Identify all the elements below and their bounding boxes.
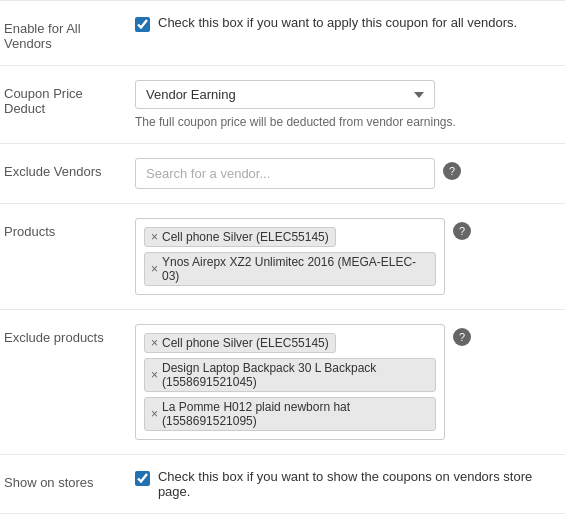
coupon-price-deduct-label: Coupon Price Deduct (0, 80, 135, 116)
show-on-stores-label: Show on stores (0, 469, 135, 490)
exclude-product-tag-1-close[interactable]: × (151, 369, 158, 381)
coupon-price-deduct-row: Coupon Price Deduct Vendor Earning Admin… (0, 65, 565, 143)
notify-vendors-row: Notify Vendors Check this box if you wan… (0, 513, 565, 519)
product-tag-0-close[interactable]: × (151, 231, 158, 243)
enable-all-vendors-label: Enable for All Vendors (0, 15, 135, 51)
show-on-stores-checkbox-label[interactable]: Check this box if you want to show the c… (135, 469, 565, 499)
exclude-product-tag-1: × Design Laptop Backpack 30 L Backpack (… (144, 358, 436, 392)
products-field: × Cell phone Silver (ELEC55145) × Ynos A… (135, 218, 565, 295)
enable-all-vendors-checkbox-label[interactable]: Check this box if you want to apply this… (135, 15, 517, 32)
show-on-stores-field: Check this box if you want to show the c… (135, 469, 565, 499)
product-tag-0-label: Cell phone Silver (ELEC55145) (162, 230, 329, 244)
show-on-stores-description: Check this box if you want to show the c… (158, 469, 565, 499)
exclude-vendors-search-input[interactable] (135, 158, 435, 189)
enable-all-vendors-row: Enable for All Vendors Check this box if… (0, 0, 565, 65)
exclude-product-tag-1-label: Design Laptop Backpack 30 L Backpack (15… (162, 361, 429, 389)
enable-all-vendors-field: Check this box if you want to apply this… (135, 15, 565, 32)
exclude-products-label: Exclude products (0, 324, 135, 345)
exclude-product-tag-0-close[interactable]: × (151, 337, 158, 349)
show-on-stores-checkbox[interactable] (135, 471, 150, 486)
exclude-products-tags-field[interactable]: × Cell phone Silver (ELEC55145) × Design… (135, 324, 445, 440)
exclude-product-tag-0: × Cell phone Silver (ELEC55145) (144, 333, 336, 353)
exclude-vendors-row: Exclude Vendors ? (0, 143, 565, 203)
coupon-price-deduct-field: Vendor Earning Admin Earning Shared The … (135, 80, 565, 129)
show-on-stores-row: Show on stores Check this box if you wan… (0, 454, 565, 513)
exclude-vendors-label: Exclude Vendors (0, 158, 135, 179)
products-help-icon[interactable]: ? (453, 222, 471, 240)
products-tags-field[interactable]: × Cell phone Silver (ELEC55145) × Ynos A… (135, 218, 445, 295)
enable-all-vendors-checkbox[interactable] (135, 17, 150, 32)
exclude-product-tag-2-close[interactable]: × (151, 408, 158, 420)
exclude-vendors-help-icon[interactable]: ? (443, 162, 461, 180)
product-tag-1-close[interactable]: × (151, 263, 158, 275)
exclude-product-tag-2-label: La Pomme H012 plaid newborn hat (1558691… (162, 400, 429, 428)
coupon-price-deduct-select[interactable]: Vendor Earning Admin Earning Shared (135, 80, 435, 109)
exclude-products-field: × Cell phone Silver (ELEC55145) × Design… (135, 324, 565, 440)
products-row: Products × Cell phone Silver (ELEC55145)… (0, 203, 565, 309)
exclude-products-help-icon[interactable]: ? (453, 328, 471, 346)
enable-all-vendors-description: Check this box if you want to apply this… (158, 15, 517, 30)
exclude-products-row: Exclude products × Cell phone Silver (EL… (0, 309, 565, 454)
coupon-price-deduct-hint: The full coupon price will be deducted f… (135, 115, 565, 129)
exclude-vendors-field: ? (135, 158, 565, 189)
product-tag-1: × Ynos Airepx XZ2 Unlimitec 2016 (MEGA-E… (144, 252, 436, 286)
product-tag-0: × Cell phone Silver (ELEC55145) (144, 227, 336, 247)
product-tag-1-label: Ynos Airepx XZ2 Unlimitec 2016 (MEGA-ELE… (162, 255, 429, 283)
exclude-product-tag-0-label: Cell phone Silver (ELEC55145) (162, 336, 329, 350)
exclude-product-tag-2: × La Pomme H012 plaid newborn hat (15586… (144, 397, 436, 431)
products-label: Products (0, 218, 135, 239)
